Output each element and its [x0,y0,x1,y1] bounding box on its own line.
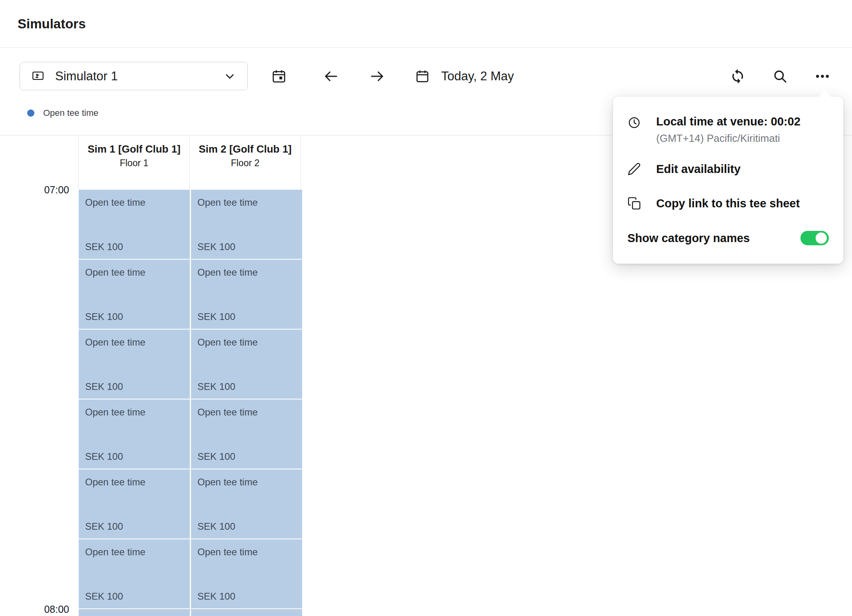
local-time-row: Local time at venue: 00:02 (GMT+14) Paci… [613,101,843,152]
slot-price: SEK 100 [85,381,183,392]
copy-icon [627,197,641,210]
more-horizontal-icon [814,68,831,85]
tee-time-slot[interactable]: Open tee timeSEK 100 [191,190,302,259]
date-picker-icon [271,68,287,84]
menu-item-edit-availability[interactable]: Edit availability [613,152,843,186]
legend-dot [27,109,34,117]
time-label: 07:00 [44,184,69,196]
calendar-icon [415,69,430,84]
column-header-sim1: Sim 1 [Golf Club 1] Floor 1 [79,135,190,190]
slot-label: Open tee time [85,337,183,348]
grid-column: Open tee timeSEK 100Open tee timeSEK 100… [191,190,302,616]
date-picker-button[interactable] [267,64,291,88]
tee-time-slot[interactable]: Open tee timeSEK 100 [191,469,302,539]
resource-select[interactable]: Simulator 1 [20,62,248,90]
slot-price: SEK 100 [85,591,183,602]
slot-label: Open tee time [197,197,296,208]
slot-price: SEK 100 [85,451,183,462]
tee-time-slot[interactable]: Open tee timeSEK 100 [191,539,302,608]
arrow-left-icon [322,68,339,85]
prev-day-button[interactable] [319,64,343,88]
local-time-text: Local time at venue: 00:02 (GMT+14) Paci… [656,114,800,145]
show-category-names-row: Show category names [613,221,843,259]
time-gutter: 07:00 08:00 [0,190,79,616]
column-title: Sim 1 [Golf Club 1] [84,141,184,157]
next-day-button[interactable] [365,64,389,88]
refresh-button[interactable] [726,64,750,88]
slot-price: SEK 100 [197,241,296,252]
toggle-label: Show category names [627,232,750,245]
tee-time-slot[interactable]: Open tee timeSEK 100 [191,330,302,399]
slot-label: Open tee time [85,267,183,278]
legend-label: Open tee time [43,108,98,118]
more-options-button[interactable] [810,64,834,88]
hour-gridline [79,609,302,610]
search-button[interactable] [768,64,792,88]
slot-label: Open tee time [197,267,296,278]
tee-time-slot[interactable]: Open tee timeSEK 100 [79,469,190,539]
menu-item-label: Copy link to this tee sheet [656,197,800,210]
slot-label: Open tee time [197,407,296,418]
slot-label: Open tee time [197,546,296,558]
tee-time-slot[interactable]: Open tee timeSEK 100 [79,260,190,329]
slot-price: SEK 100 [197,451,296,462]
simulator-icon [31,70,45,83]
toggle-knob [816,232,827,244]
slot-price: SEK 100 [85,521,183,532]
slot-price: SEK 100 [85,241,183,252]
time-gutter-header [0,135,79,190]
page-header: Simulators [0,0,852,48]
search-icon [772,68,788,84]
slot-price: SEK 100 [197,591,296,602]
clock-icon [627,116,641,129]
tee-time-slot[interactable]: Open tee timeSEK 100 [191,260,302,329]
slot-label: Open tee time [85,477,183,488]
local-time-title: Local time at venue: 00:02 [656,114,800,129]
slot-price: SEK 100 [85,311,183,322]
column-header-sim2: Sim 2 [Golf Club 1] Floor 2 [190,135,301,190]
toolbar-right [726,64,834,88]
grid-columns: Open tee timeSEK 100Open tee timeSEK 100… [79,190,302,616]
time-label: 08:00 [44,604,69,615]
tee-time-slot[interactable]: Open tee timeSEK 100 [79,190,190,259]
menu-item-copy-link[interactable]: Copy link to this tee sheet [613,186,843,221]
tee-time-slot[interactable]: Open tee timeSEK 100 [191,399,302,469]
category-toggle[interactable] [800,231,829,245]
pencil-icon [627,162,641,176]
current-date-button[interactable]: Today, 2 May [415,69,514,84]
tee-time-slot[interactable]: Open tee timeSEK 100 [79,330,190,399]
grid-column: Open tee timeSEK 100Open tee timeSEK 100… [79,190,190,616]
local-time-subtitle: (GMT+14) Pacific/Kiritimati [656,132,800,145]
slot-price: SEK 100 [197,381,296,392]
slot-label: Open tee time [197,477,296,488]
slot-label: Open tee time [85,197,183,208]
current-date-label: Today, 2 May [441,69,514,83]
simulators-page: Simulators Simulator 1 [0,0,852,616]
column-title: Sim 2 [Golf Club 1] [195,141,295,157]
more-options-menu: Local time at venue: 00:02 (GMT+14) Paci… [613,97,843,264]
page-title: Simulators [18,16,86,32]
slot-price: SEK 100 [197,311,296,322]
tee-time-slot[interactable]: Open tee timeSEK 100 [191,609,302,616]
column-subtitle: Floor 2 [195,158,295,169]
tee-time-slot[interactable]: Open tee timeSEK 100 [79,399,190,469]
arrow-right-icon [369,68,386,85]
slot-price: SEK 100 [197,521,296,532]
slot-label: Open tee time [85,546,183,558]
column-subtitle: Floor 1 [84,158,184,169]
chevron-down-icon [223,69,237,83]
slot-label: Open tee time [85,407,183,418]
resource-select-label: Simulator 1 [55,69,212,83]
toolbar: Simulator 1 [20,62,834,90]
tee-time-slot[interactable]: Open tee timeSEK 100 [79,609,190,616]
slot-label: Open tee time [197,337,296,348]
refresh-icon [730,68,746,84]
menu-item-label: Edit availability [656,163,741,176]
tee-time-slot[interactable]: Open tee timeSEK 100 [79,539,190,608]
